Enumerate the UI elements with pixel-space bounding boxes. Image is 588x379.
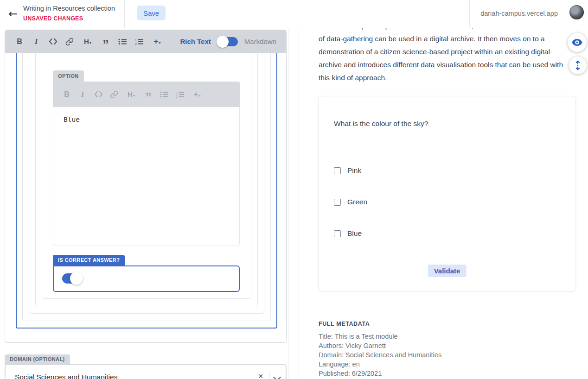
- heading-icon[interactable]: H▾: [125, 89, 137, 100]
- add-block-icon[interactable]: +▾: [151, 37, 163, 47]
- domain-field-label: DOMAIN (OPTIONAL): [5, 354, 70, 364]
- page-title: Writing in Resources collection: [23, 5, 115, 12]
- quiz-option-row[interactable]: Blue: [334, 229, 362, 238]
- mode-markdown-label[interactable]: Markdown: [244, 38, 276, 45]
- metadata-line: Published: 6/29/2021: [319, 369, 441, 378]
- italic-icon[interactable]: I: [78, 89, 87, 100]
- option-text-input[interactable]: Blue: [53, 107, 240, 246]
- heading-icon[interactable]: H▾: [82, 37, 94, 47]
- richtext-toolbar: B I H▾ ” 12 +▾ Rich Text Markdown: [5, 30, 287, 53]
- quiz-option-row[interactable]: Green: [334, 198, 367, 206]
- domain-select[interactable]: Social Sciences and Humanities ×: [5, 364, 287, 379]
- numbered-list-icon[interactable]: 12: [134, 37, 144, 47]
- unsaved-changes-badge: UNSAVED CHANGES: [23, 15, 83, 22]
- quiz-option-label: Green: [347, 198, 367, 206]
- avatar[interactable]: [569, 5, 584, 19]
- option-field-label: OPTION: [53, 70, 84, 82]
- is-correct-field-label: IS CORRECT ANSWER?: [53, 255, 125, 265]
- preview-pane: starts with a quick explanation of citiz…: [299, 28, 588, 379]
- chevron-down-icon[interactable]: [273, 375, 281, 379]
- quiz-option-row[interactable]: Pink: [334, 166, 361, 175]
- is-correct-field: [53, 265, 240, 292]
- checkbox[interactable]: [334, 230, 341, 237]
- validate-button[interactable]: Validate: [428, 265, 467, 277]
- quiz-option-label: Pink: [347, 166, 361, 175]
- editor-pane: B I H▾ ” 12 +▾ Rich Text Markdown OPTION: [0, 28, 292, 379]
- paragraph-line-clipped: starts with a quick explanation of citiz…: [319, 28, 581, 32]
- quiz-option-label: Blue: [347, 229, 362, 238]
- metadata-line: Title: This is a Test module: [319, 332, 441, 341]
- svg-text:2: 2: [135, 42, 137, 45]
- toggle-knob: [217, 36, 229, 48]
- metadata-line: Domain: Social Sciences and Humanities: [319, 350, 441, 360]
- option-field-toolbar: B I H▾ ” 12 +▾: [53, 82, 240, 107]
- paragraph-line: this kind of approach.: [319, 71, 581, 84]
- metadata-list: Title: This is a Test module Authors: Vi…: [319, 332, 441, 378]
- paragraph-line: of data-gathering can be used in a digit…: [319, 32, 581, 45]
- link-icon[interactable]: [65, 37, 74, 47]
- metadata-line: Authors: Vicky Garnett: [319, 341, 441, 350]
- svg-text:1: 1: [176, 91, 178, 95]
- editor-mode-switch: Rich Text Markdown: [180, 37, 276, 46]
- metadata-heading: FULL METADATA: [319, 321, 370, 327]
- clear-icon[interactable]: ×: [255, 371, 266, 379]
- code-icon[interactable]: [48, 37, 58, 47]
- save-button[interactable]: Save: [137, 6, 166, 20]
- bulleted-list-icon[interactable]: [118, 37, 127, 47]
- scroll-sync-icon: [573, 60, 583, 71]
- scroll-sync-button[interactable]: [569, 57, 587, 74]
- preview-visibility-button[interactable]: [568, 33, 587, 52]
- eye-icon: [571, 37, 583, 48]
- bold-icon[interactable]: B: [15, 37, 24, 47]
- header-divider: [469, 0, 470, 28]
- quote-icon[interactable]: ”: [144, 92, 153, 102]
- site-name: dariah-campus.vercel.app: [480, 10, 558, 17]
- quote-icon[interactable]: ”: [101, 39, 110, 50]
- domain-selected-value: Social Sciences and Humanities: [15, 373, 117, 379]
- code-icon[interactable]: [94, 89, 103, 100]
- metadata-line: Language: en: [319, 360, 441, 369]
- svg-text:1: 1: [135, 38, 137, 42]
- checkbox[interactable]: [334, 167, 341, 174]
- svg-text:2: 2: [176, 95, 178, 98]
- editor-content: OPTION B I H▾ ” 12 +▾ Blue IS CORRECT AN…: [5, 53, 287, 343]
- back-button[interactable]: ←: [6, 6, 20, 21]
- checkbox[interactable]: [334, 199, 341, 206]
- header-divider: [124, 0, 125, 28]
- paragraph-line: demonstration of a citizen science-based…: [319, 45, 581, 58]
- select-divider: [269, 370, 269, 379]
- preview-paragraph: starts with a quick explanation of citiz…: [319, 28, 581, 84]
- link-icon[interactable]: [109, 89, 119, 100]
- toggle-knob: [70, 272, 83, 285]
- bold-icon[interactable]: B: [62, 89, 71, 100]
- app-header: ← Writing in Resources collection UNSAVE…: [0, 0, 588, 28]
- add-block-icon[interactable]: +▾: [191, 89, 203, 100]
- quiz-card: What is the colour of the sky? Pink Gree…: [318, 96, 576, 291]
- paragraph-line: archive and introduces different data vi…: [319, 58, 581, 71]
- bulleted-list-icon[interactable]: [160, 89, 169, 100]
- is-correct-toggle[interactable]: [62, 273, 82, 284]
- italic-icon[interactable]: I: [32, 37, 41, 47]
- pane-divider: [288, 28, 288, 379]
- numbered-list-icon[interactable]: 12: [175, 89, 185, 100]
- quiz-question: What is the colour of the sky?: [334, 120, 428, 128]
- mode-toggle[interactable]: [218, 37, 238, 46]
- mode-richtext-label[interactable]: Rich Text: [180, 38, 211, 45]
